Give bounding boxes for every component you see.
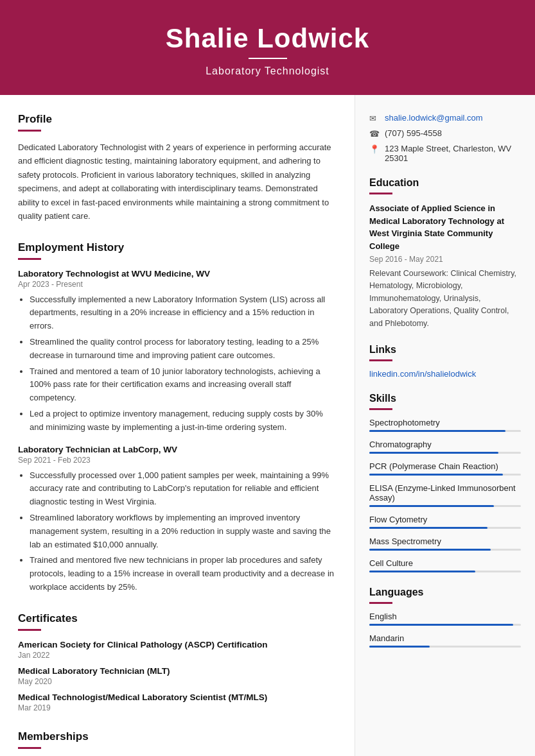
job-1-dates: Apr 2023 - Present [18, 280, 337, 289]
skill-name: Flow Cytometry [369, 515, 521, 524]
links-section: Links linkedin.com/in/shalielodwick [369, 344, 521, 379]
linkedin-link[interactable]: linkedin.com/in/shalielodwick [369, 369, 476, 379]
skill-bar-fill [369, 474, 503, 476]
list-item: Successfully processed over 1,000 patien… [30, 469, 337, 509]
job-1: Laboratory Technologist at WVU Medicine,… [18, 269, 337, 434]
location-icon: 📍 [369, 144, 380, 154]
skills-section: Skills Spectrophotometry Chromatography … [369, 393, 521, 572]
skill-bar-bg [369, 452, 521, 454]
resume-wrapper: Shalie Lodwick Laboratory Technologist P… [0, 0, 535, 756]
cert-2: Medical Laboratory Technician (MLT) May … [18, 666, 337, 686]
job-2-title: Laboratory Technician at LabCorp, WV [18, 445, 337, 454]
skill-name: ELISA (Enzyme-Linked Immunosorbent Assay… [369, 483, 521, 503]
skill-item: Cell Culture [369, 558, 521, 572]
skill-bar-bg [369, 549, 521, 551]
address-text: 123 Maple Street, Charleston, WV 25301 [385, 144, 521, 163]
job-2: Laboratory Technician at LabCorp, WV Sep… [18, 445, 337, 594]
skill-item: ELISA (Enzyme-Linked Immunosorbent Assay… [369, 483, 521, 507]
cert-2-date: May 2020 [18, 677, 337, 686]
right-column: ✉ shalie.lodwick@gmail.com ☎ (707) 595-4… [355, 95, 535, 756]
cert-3-date: Mar 2019 [18, 703, 337, 712]
left-column: Profile Dedicated Laboratory Technologis… [0, 95, 355, 756]
languages-section: Languages English Mandarin [369, 587, 521, 648]
profile-section: Profile Dedicated Laboratory Technologis… [18, 113, 337, 223]
languages-list: English Mandarin [369, 612, 521, 648]
header: Shalie Lodwick Laboratory Technologist [0, 0, 535, 95]
skill-item: PCR (Polymerase Chain Reaction) [369, 461, 521, 476]
skill-name: Spectrophotometry [369, 418, 521, 427]
skill-name: PCR (Polymerase Chain Reaction) [369, 461, 521, 471]
job-1-title: Laboratory Technologist at WVU Medicine,… [18, 269, 337, 279]
header-name: Shalie Lodwick [13, 23, 522, 54]
skill-name: Chromatography [369, 440, 521, 449]
cert-3: Medical Technologist/Medical Laboratory … [18, 692, 337, 712]
edu-dates: Sep 2016 - May 2021 [369, 255, 521, 264]
skill-bar-fill [369, 571, 475, 572]
memberships-title: Memberships [18, 730, 337, 743]
header-title: Laboratory Technologist [13, 65, 522, 77]
edu-degree: Associate of Applied Science in Medical … [369, 202, 521, 252]
profile-text: Dedicated Laboratory Technologist with 2… [18, 141, 337, 223]
skill-item: Chromatography [369, 440, 521, 454]
links-title: Links [369, 344, 521, 356]
cert-3-name: Medical Technologist/Medical Laboratory … [18, 692, 337, 702]
job-2-bullets: Successfully processed over 1,000 patien… [18, 469, 337, 594]
certificates-title: Certificates [18, 612, 337, 625]
body-layout: Profile Dedicated Laboratory Technologis… [0, 95, 535, 756]
language-item: Mandarin [369, 633, 521, 648]
skill-bar-fill [369, 505, 494, 507]
lang-bar-fill [369, 646, 430, 648]
memberships-section: Memberships [18, 730, 337, 749]
list-item: Trained and mentored a team of 10 junior… [30, 365, 337, 405]
contact-address: 📍 123 Maple Street, Charleston, WV 25301 [369, 144, 521, 163]
phone-text: (707) 595-4558 [385, 128, 442, 138]
cert-1: American Society for Clinical Pathology … [18, 640, 337, 660]
lang-name: English [369, 612, 521, 621]
memberships-divider [18, 747, 41, 749]
skill-bar-bg [369, 571, 521, 572]
language-item: English [369, 612, 521, 626]
certificates-divider [18, 629, 41, 631]
skill-bar-bg [369, 505, 521, 507]
phone-icon: ☎ [369, 129, 380, 139]
list-item: Streamlined laboratory workflows by impl… [30, 511, 337, 551]
skill-bar-fill [369, 430, 505, 432]
languages-divider [369, 602, 392, 604]
employment-section: Employment History Laboratory Technologi… [18, 241, 337, 594]
skill-bar-fill [369, 527, 487, 529]
languages-title: Languages [369, 587, 521, 598]
list-item: Successfully implemented a new Laborator… [30, 293, 337, 333]
education-title: Education [369, 177, 521, 189]
lang-bar-bg [369, 646, 521, 648]
profile-divider [18, 130, 41, 132]
profile-title: Profile [18, 113, 337, 126]
skill-item: Mass Spectrometry [369, 537, 521, 551]
links-divider [369, 359, 392, 361]
list-item: Trained and mentored five new technician… [30, 554, 337, 594]
skill-bar-bg [369, 430, 521, 432]
lang-name: Mandarin [369, 633, 521, 643]
skills-title: Skills [369, 393, 521, 404]
skill-item: Spectrophotometry [369, 418, 521, 432]
contact-phone: ☎ (707) 595-4558 [369, 128, 521, 139]
job-1-bullets: Successfully implemented a new Laborator… [18, 293, 337, 434]
lang-bar-bg [369, 624, 521, 626]
skill-bar-bg [369, 474, 521, 476]
certificates-section: Certificates American Society for Clinic… [18, 612, 337, 712]
lang-bar-fill [369, 624, 513, 626]
contact-section: ✉ shalie.lodwick@gmail.com ☎ (707) 595-4… [369, 113, 521, 163]
cert-1-date: Jan 2022 [18, 651, 337, 660]
header-divider [249, 58, 287, 59]
edu-coursework: Relevant Coursework: Clinical Chemistry,… [369, 268, 521, 330]
skill-name: Mass Spectrometry [369, 537, 521, 546]
employment-divider [18, 258, 41, 260]
skill-item: Flow Cytometry [369, 515, 521, 529]
cert-2-name: Medical Laboratory Technician (MLT) [18, 666, 337, 676]
email-icon: ✉ [369, 114, 380, 123]
list-item: Led a project to optimize inventory mana… [30, 408, 337, 434]
skill-name: Cell Culture [369, 558, 521, 568]
education-divider [369, 193, 392, 194]
cert-1-name: American Society for Clinical Pathology … [18, 640, 337, 649]
skill-bar-bg [369, 527, 521, 529]
email-link[interactable]: shalie.lodwick@gmail.com [385, 113, 483, 123]
